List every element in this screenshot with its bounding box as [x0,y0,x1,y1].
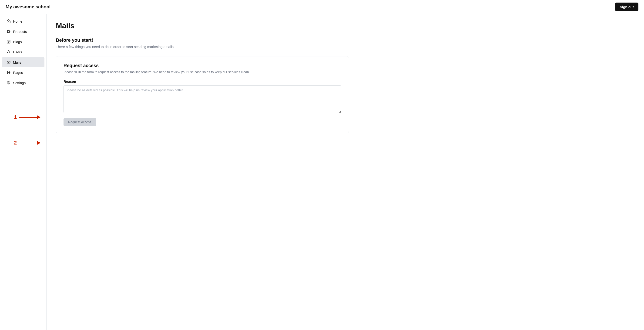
sidebar-item-home[interactable]: Home [2,16,44,26]
reason-textarea[interactable] [64,85,341,113]
before-start-description: There a few things you need to do in ord… [56,45,635,49]
sidebar-item-pages[interactable]: Pages [2,68,44,77]
blogs-icon [6,40,11,44]
request-access-card: Request access Please fill in the form t… [56,56,349,133]
sign-out-button[interactable]: Sign out [615,3,638,11]
settings-icon [6,81,11,85]
sidebar-item-settings[interactable]: Settings [2,78,44,88]
sidebar-label-home: Home [13,19,22,23]
header: My awesome school Sign out [0,0,644,14]
svg-point-1 [8,31,9,32]
sidebar-label-products: Products [13,30,27,34]
app-title: My awesome school [6,4,50,10]
products-icon [6,29,11,34]
sidebar-label-blogs: Blogs [13,40,22,44]
mails-icon [6,60,11,64]
svg-rect-11 [7,61,10,63]
sidebar-label-mails: Mails [13,60,21,64]
before-start-section: Before you start! There a few things you… [56,38,635,49]
page-title: Mails [56,22,635,30]
svg-point-15 [8,82,9,83]
sidebar: Home Products [0,14,46,330]
reason-label: Reason [64,79,341,83]
home-icon [6,19,11,23]
sidebar-label-settings: Settings [13,81,26,85]
sidebar-item-blogs[interactable]: Blogs [2,37,44,47]
sidebar-label-users: Users [13,50,22,54]
pages-icon [6,70,11,75]
sidebar-label-pages: Pages [13,71,23,75]
sidebar-item-mails[interactable]: Mails [2,57,44,67]
main-layout: Home Products [0,14,644,330]
request-access-button[interactable]: Request access [64,118,96,126]
sidebar-item-users[interactable]: Users [2,47,44,57]
before-start-title: Before you start! [56,38,635,43]
main-content: Mails Before you start! There a few thin… [46,14,644,330]
users-icon [6,50,11,54]
sidebar-item-products[interactable]: Products [2,27,44,36]
card-title: Request access [64,63,341,68]
card-description: Please fill in the form to request acces… [64,70,341,74]
svg-point-10 [8,51,9,52]
